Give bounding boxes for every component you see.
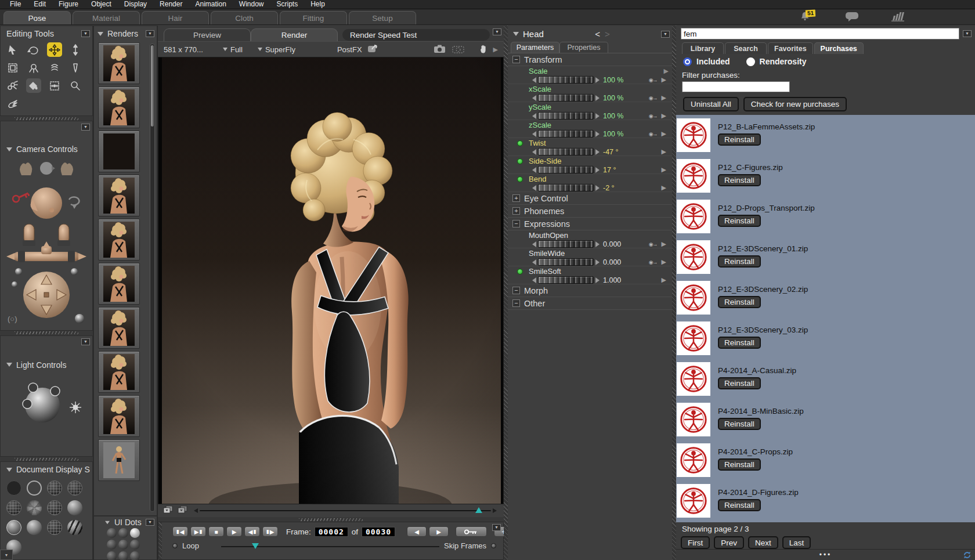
step-forward-button[interactable]: ▮▶ (262, 526, 278, 537)
panel-menu-icon[interactable]: ▼ (81, 338, 90, 345)
source-included-radio[interactable]: Included (683, 57, 730, 66)
parameter-dial[interactable] (538, 94, 594, 102)
last-frame-button[interactable]: ▶▮ (190, 526, 206, 537)
panel-menu-icon[interactable]: ▼ (81, 30, 90, 37)
ui-dot[interactable] (107, 540, 117, 550)
panel-splitter[interactable] (0, 331, 93, 335)
collapse-triangle-icon[interactable] (6, 363, 12, 367)
reinstall-button[interactable]: Reinstall (718, 215, 761, 227)
tool-button[interactable] (5, 78, 20, 93)
new-render-camera-icon[interactable] (433, 44, 447, 56)
ui-dot[interactable] (130, 540, 140, 550)
next-key-button[interactable]: ▶ (429, 526, 449, 537)
menu-item[interactable]: Help (304, 0, 331, 9)
add-keyframe-button[interactable] (456, 526, 487, 537)
parameter-dial[interactable] (538, 240, 594, 248)
keyframe-icon[interactable]: ◉→ (649, 241, 658, 247)
collapse-triangle-icon[interactable] (6, 468, 12, 472)
render-thumbnail[interactable] (98, 351, 140, 393)
render-resolution[interactable]: 581 x 770... (164, 45, 203, 54)
play-button[interactable]: ▶ (226, 526, 242, 537)
timeline-handle[interactable] (252, 543, 259, 549)
notifications-bell-icon[interactable]: 51 (800, 11, 815, 23)
render-thumbnail[interactable] (98, 131, 140, 172)
chat-icon[interactable] (845, 11, 860, 23)
library-tab[interactable]: Library (682, 42, 724, 54)
prev-key-button[interactable]: ◀ (407, 526, 427, 537)
keyframe-icon[interactable]: ◉→ (649, 259, 658, 265)
dial-increase-arrow[interactable] (595, 167, 600, 173)
parameter-dial[interactable] (538, 276, 594, 284)
display-style-button[interactable] (27, 520, 42, 535)
collapsed-panel-corner[interactable]: ▼ (0, 550, 13, 560)
parameter-options-arrow[interactable]: ▶ (662, 240, 666, 248)
viewport-tab[interactable]: Render (251, 28, 338, 41)
pan-hand-icon[interactable] (478, 44, 489, 56)
group-collapse-toggle[interactable]: − (512, 220, 520, 227)
parameter-dial[interactable] (538, 184, 594, 192)
current-frame-field[interactable] (315, 527, 348, 537)
tool-button[interactable] (68, 78, 83, 93)
parameter-options-arrow[interactable]: ▶ (662, 258, 666, 266)
library-search-input[interactable] (681, 28, 959, 39)
group-collapse-toggle[interactable]: − (512, 299, 520, 307)
dial-increase-arrow[interactable] (595, 149, 600, 155)
renders-scrollbar-thumb[interactable] (151, 45, 154, 127)
prev-actor-button[interactable]: < (595, 29, 600, 39)
menu-item[interactable]: Animation (189, 0, 232, 9)
panel-splitter[interactable] (0, 457, 93, 461)
panel-grip[interactable]: ••• (676, 551, 975, 559)
panel-menu-icon[interactable]: ▼ (661, 31, 670, 38)
tool-button[interactable] (5, 42, 20, 57)
display-style-button[interactable] (67, 500, 82, 515)
ui-dot[interactable] (107, 551, 117, 560)
render-thumbnail[interactable] (98, 86, 140, 128)
loop-indicator[interactable] (172, 543, 178, 548)
render-thumbnail[interactable] (98, 439, 140, 481)
dial-decrease-arrow[interactable] (532, 149, 536, 155)
parameter-options-arrow[interactable]: ▶ (662, 130, 666, 138)
stop-button[interactable]: ■ (208, 526, 224, 537)
library-tab[interactable]: Favorites (768, 42, 813, 54)
display-style-button[interactable] (47, 480, 62, 496)
menu-item[interactable]: Render (153, 0, 189, 9)
ui-dot[interactable] (118, 528, 128, 538)
total-frames-field[interactable] (362, 527, 395, 537)
menu-item[interactable]: Display (118, 0, 153, 9)
panel-menu-icon[interactable]: ▼ (492, 524, 501, 531)
panel-menu-icon[interactable]: ▼ (81, 124, 90, 131)
dial-decrease-arrow[interactable] (532, 167, 536, 173)
tool-button[interactable] (68, 60, 83, 75)
dial-decrease-arrow[interactable] (532, 113, 536, 119)
render-thumbnail[interactable] (98, 175, 140, 216)
parameter-options-arrow[interactable]: ▶ (662, 76, 666, 84)
viewport-tab[interactable]: Preview (164, 28, 251, 41)
parameter-group-header[interactable]: − Other (508, 297, 672, 310)
paging-button[interactable]: Last (782, 536, 811, 549)
refresh-icon[interactable] (962, 550, 972, 560)
compare-render-camera-icon[interactable] (452, 44, 465, 56)
parameter-options-arrow[interactable]: ▶ (662, 276, 666, 284)
keyframe-icon[interactable]: ◉→ (649, 77, 658, 83)
tool-button[interactable] (47, 78, 62, 93)
collapse-triangle-icon[interactable] (513, 32, 519, 36)
purchase-row[interactable]: P12_E-3DScenery_03.zip Reinstall (676, 321, 975, 362)
parameters-tab[interactable]: Parameters (511, 42, 559, 53)
render-thumbnail[interactable] (98, 42, 140, 84)
dial-decrease-arrow[interactable] (532, 241, 536, 247)
render-engine-dropdown[interactable]: SuperFly (258, 45, 295, 54)
dial-increase-arrow[interactable] (595, 185, 600, 191)
parameter-options-arrow[interactable]: ▶ (662, 94, 666, 102)
reinstall-button[interactable]: Reinstall (718, 458, 761, 471)
display-style-button[interactable] (47, 520, 62, 535)
slider-right-arrow[interactable] (493, 508, 497, 513)
panel-menu-icon[interactable]: ▼ (146, 30, 154, 37)
collapse-triangle-icon[interactable] (6, 147, 12, 151)
reinstall-button[interactable]: Reinstall (718, 377, 761, 389)
room-tab[interactable]: Fitting (280, 11, 347, 24)
dial-increase-arrow[interactable] (595, 277, 600, 283)
purchase-row[interactable]: P12_D-Props_Transport.zip Reinstall (676, 199, 975, 240)
purchase-row[interactable]: P4-2014_C-Props.zip Reinstall (676, 443, 975, 483)
menu-item[interactable]: Window (233, 0, 270, 9)
panel-menu-icon[interactable]: ▼ (963, 30, 972, 37)
